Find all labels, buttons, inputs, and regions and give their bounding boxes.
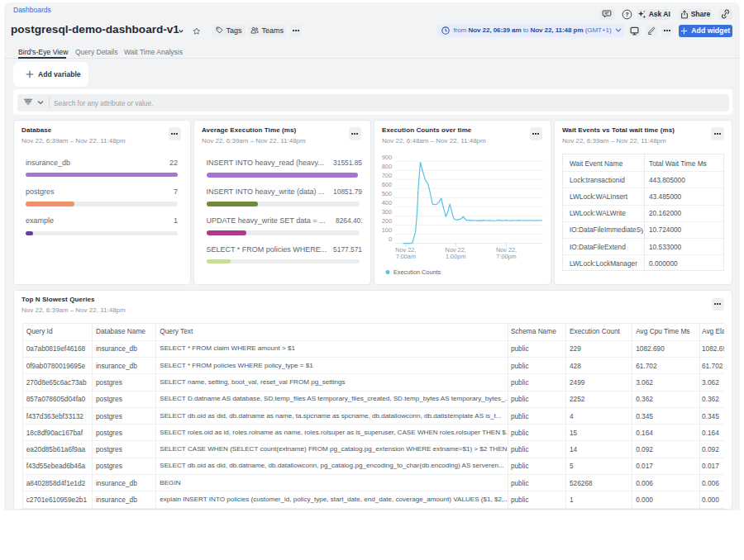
svg-text:900: 900 <box>382 154 392 161</box>
svg-text:7:00am: 7:00am <box>396 253 416 260</box>
svg-text:?: ? <box>625 11 629 18</box>
svg-text:0: 0 <box>389 235 392 243</box>
svg-text:7:00pm: 7:00pm <box>496 253 516 260</box>
svg-text:100: 100 <box>382 226 392 234</box>
svg-text:1:00pm: 1:00pm <box>446 253 465 260</box>
svg-text:300: 300 <box>382 208 392 216</box>
svg-text:600: 600 <box>382 181 392 188</box>
svg-text:700: 700 <box>382 172 392 179</box>
svg-text:500: 500 <box>382 190 392 197</box>
svg-text:Execution Counts: Execution Counts <box>393 268 441 276</box>
svg-text:200: 200 <box>382 217 392 225</box>
svg-text:800: 800 <box>382 163 392 170</box>
svg-text:400: 400 <box>382 199 392 206</box>
